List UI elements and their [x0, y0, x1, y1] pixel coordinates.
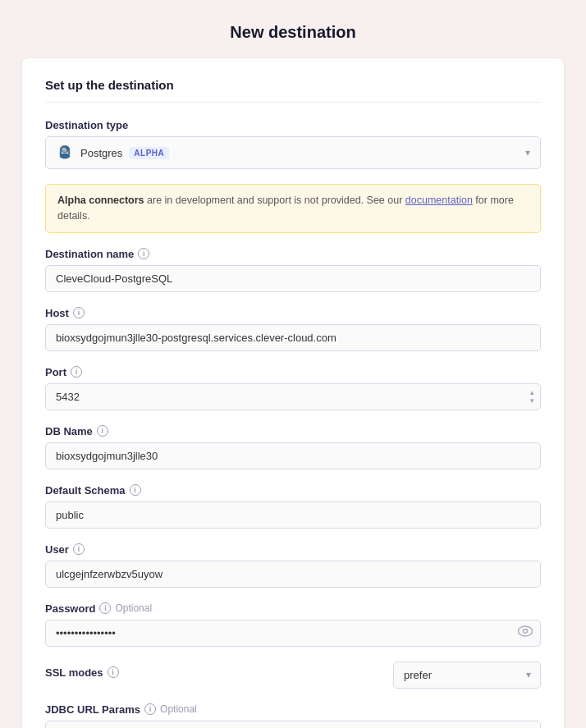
password-wrapper: [45, 620, 541, 647]
chevron-down-icon: ▾: [525, 147, 530, 158]
jdbc-url-params-info-icon[interactable]: i: [144, 703, 156, 715]
ssl-modes-group: SSL modes i prefer require disable verif…: [45, 662, 541, 689]
port-wrapper: ▴ ▾: [45, 383, 541, 410]
svg-text:🐘: 🐘: [62, 147, 68, 153]
page-title: New destination: [16, 16, 570, 42]
destination-type-left: 🐘 Postgres ALPHA: [56, 144, 169, 162]
default-schema-label: Default Schema i: [45, 484, 541, 497]
destination-type-value: Postgres: [80, 147, 122, 159]
default-schema-group: Default Schema i: [45, 484, 541, 529]
port-input[interactable]: [45, 383, 541, 410]
ssl-select-wrapper: prefer require disable verify-ca verify-…: [393, 662, 541, 689]
user-input[interactable]: [45, 561, 541, 588]
destination-type-select[interactable]: 🐘 Postgres ALPHA ▾: [45, 136, 541, 169]
destination-name-group: Destination name i: [45, 248, 541, 292]
port-increment-button[interactable]: ▴: [530, 389, 534, 396]
port-spinners: ▴ ▾: [530, 389, 534, 405]
destination-type-label: Destination type: [45, 119, 541, 131]
password-input[interactable]: [45, 620, 541, 647]
password-group: Password i Optional: [45, 602, 541, 647]
jdbc-url-params-optional-label: Optional: [160, 703, 197, 715]
destination-name-label: Destination name i: [45, 248, 541, 260]
ssl-modes-select[interactable]: prefer require disable verify-ca verify-…: [393, 662, 541, 689]
user-info-icon[interactable]: i: [73, 543, 85, 555]
alpha-alert: Alpha connectors are in development and …: [45, 184, 541, 233]
eye-icon[interactable]: [518, 625, 533, 640]
alert-link[interactable]: documentation: [405, 195, 473, 206]
host-info-icon[interactable]: i: [73, 307, 85, 318]
ssl-modes-info-icon[interactable]: i: [108, 666, 119, 678]
jdbc-url-params-input[interactable]: [45, 721, 541, 729]
host-group: Host i: [45, 307, 541, 351]
ssl-modes-label-col: SSL modes i: [45, 666, 383, 684]
svg-point-7: [524, 630, 528, 634]
default-schema-info-icon[interactable]: i: [130, 484, 141, 496]
db-name-group: DB Name i: [45, 425, 541, 469]
destination-name-input[interactable]: [45, 265, 541, 292]
password-label: Password i Optional: [45, 602, 541, 615]
port-info-icon[interactable]: i: [71, 366, 82, 378]
jdbc-url-params-label: JDBC URL Params i Optional: [45, 703, 541, 716]
alpha-badge: ALPHA: [129, 147, 169, 159]
user-group: User i: [45, 543, 541, 588]
default-schema-input[interactable]: [45, 501, 541, 529]
svg-point-6: [519, 626, 533, 636]
ssl-modes-row: SSL modes i prefer require disable verif…: [45, 662, 541, 689]
alert-bold: Alpha connectors: [57, 195, 144, 206]
svg-point-3: [60, 153, 70, 159]
section-title: Set up the destination: [45, 78, 541, 103]
jdbc-url-params-group: JDBC URL Params i Optional: [45, 703, 541, 729]
user-label: User i: [45, 543, 541, 556]
db-name-input[interactable]: [45, 442, 541, 469]
db-name-info-icon[interactable]: i: [97, 425, 108, 437]
password-info-icon[interactable]: i: [99, 602, 111, 614]
host-label: Host i: [45, 307, 541, 319]
ssl-modes-select-col: prefer require disable verify-ca verify-…: [393, 662, 541, 689]
postgres-icon: 🐘: [56, 144, 74, 162]
db-name-label: DB Name i: [45, 425, 541, 437]
ssl-modes-label: SSL modes i: [45, 666, 383, 679]
host-input[interactable]: [45, 324, 541, 351]
setup-card: Set up the destination Destination type …: [22, 58, 564, 728]
destination-type-group: Destination type 🐘 Postgres ALPHA ▾: [45, 119, 541, 169]
port-decrement-button[interactable]: ▾: [530, 397, 534, 405]
port-label: Port i: [45, 366, 541, 378]
port-group: Port i ▴ ▾: [45, 366, 541, 410]
destination-name-info-icon[interactable]: i: [138, 248, 149, 259]
password-optional-label: Optional: [115, 602, 152, 614]
alert-text: are in development and support is not pr…: [144, 195, 405, 206]
